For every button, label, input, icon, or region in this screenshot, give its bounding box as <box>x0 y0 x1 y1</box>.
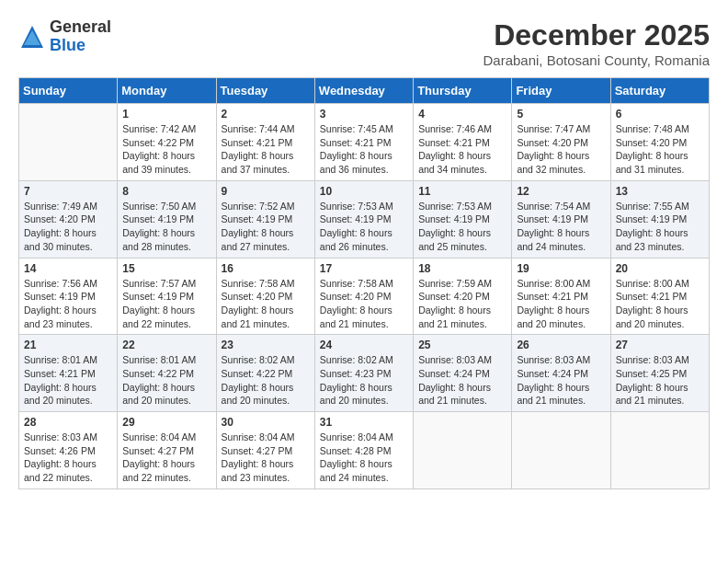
calendar-cell: 27Sunrise: 8:03 AMSunset: 4:25 PMDayligh… <box>610 335 709 412</box>
day-number: 27 <box>616 339 704 351</box>
calendar-cell: 26Sunrise: 8:03 AMSunset: 4:24 PMDayligh… <box>512 335 610 412</box>
calendar-cell: 15Sunrise: 7:57 AMSunset: 4:19 PMDayligh… <box>118 258 216 335</box>
calendar-cell: 16Sunrise: 7:58 AMSunset: 4:20 PMDayligh… <box>216 258 314 335</box>
day-info: Sunrise: 7:58 AMSunset: 4:20 PMDaylight:… <box>222 277 310 331</box>
calendar-cell: 11Sunrise: 7:53 AMSunset: 4:19 PMDayligh… <box>414 180 512 258</box>
day-info: Sunrise: 7:54 AMSunset: 4:19 PMDaylight:… <box>517 200 605 254</box>
calendar-cell: 7Sunrise: 7:49 AMSunset: 4:20 PMDaylight… <box>19 180 118 258</box>
calendar-cell: 23Sunrise: 8:02 AMSunset: 4:22 PMDayligh… <box>216 335 314 412</box>
day-number: 5 <box>517 108 605 121</box>
calendar-table: SundayMondayTuesdayWednesdayThursdayFrid… <box>18 77 710 489</box>
day-number: 9 <box>222 185 310 198</box>
calendar-cell: 25Sunrise: 8:03 AMSunset: 4:24 PMDayligh… <box>414 335 512 412</box>
day-number: 3 <box>320 108 408 121</box>
day-number: 1 <box>122 108 210 121</box>
day-number: 16 <box>222 262 310 275</box>
calendar-cell: 31Sunrise: 8:04 AMSunset: 4:28 PMDayligh… <box>314 412 413 489</box>
day-info: Sunrise: 7:50 AMSunset: 4:19 PMDaylight:… <box>122 200 210 254</box>
day-info: Sunrise: 8:03 AMSunset: 4:24 PMDaylight:… <box>517 353 605 408</box>
day-info: Sunrise: 8:03 AMSunset: 4:24 PMDaylight:… <box>418 353 506 408</box>
day-number: 14 <box>24 262 112 275</box>
calendar-cell: 22Sunrise: 8:01 AMSunset: 4:22 PMDayligh… <box>118 335 216 412</box>
day-number: 20 <box>616 262 704 275</box>
day-info: Sunrise: 8:03 AMSunset: 4:25 PMDaylight:… <box>616 353 704 408</box>
location-subtitle: Darabani, Botosani County, Romania <box>483 52 710 68</box>
month-year-title: December 2025 <box>483 18 710 52</box>
day-info: Sunrise: 7:49 AMSunset: 4:20 PMDaylight:… <box>24 200 112 254</box>
day-info: Sunrise: 7:42 AMSunset: 4:22 PMDaylight:… <box>122 122 210 177</box>
calendar-cell: 29Sunrise: 8:04 AMSunset: 4:27 PMDayligh… <box>118 412 216 489</box>
calendar-cell: 5Sunrise: 7:47 AMSunset: 4:20 PMDaylight… <box>512 104 610 181</box>
day-info: Sunrise: 8:04 AMSunset: 4:27 PMDaylight:… <box>222 431 310 485</box>
day-info: Sunrise: 7:53 AMSunset: 4:19 PMDaylight:… <box>418 200 506 254</box>
calendar-week-row: 21Sunrise: 8:01 AMSunset: 4:21 PMDayligh… <box>19 335 710 412</box>
day-number: 23 <box>222 339 310 351</box>
day-info: Sunrise: 8:00 AMSunset: 4:21 PMDaylight:… <box>517 277 605 331</box>
logo: General Blue <box>18 18 111 55</box>
day-number: 19 <box>517 262 605 275</box>
calendar-week-row: 14Sunrise: 7:56 AMSunset: 4:19 PMDayligh… <box>19 258 710 335</box>
day-number: 17 <box>320 262 408 275</box>
day-info: Sunrise: 7:58 AMSunset: 4:20 PMDaylight:… <box>320 277 408 331</box>
calendar-cell <box>19 104 118 181</box>
day-number: 21 <box>24 339 112 351</box>
calendar-cell: 8Sunrise: 7:50 AMSunset: 4:19 PMDaylight… <box>118 180 216 258</box>
day-info: Sunrise: 8:00 AMSunset: 4:21 PMDaylight:… <box>616 277 704 331</box>
weekday-header: Wednesday <box>314 78 413 104</box>
day-info: Sunrise: 8:01 AMSunset: 4:21 PMDaylight:… <box>24 353 112 408</box>
day-number: 6 <box>616 108 704 121</box>
day-number: 2 <box>222 108 310 121</box>
day-info: Sunrise: 7:45 AMSunset: 4:21 PMDaylight:… <box>320 122 408 177</box>
day-info: Sunrise: 7:46 AMSunset: 4:21 PMDaylight:… <box>418 122 506 177</box>
day-info: Sunrise: 7:53 AMSunset: 4:19 PMDaylight:… <box>320 200 408 254</box>
logo-blue-text: Blue <box>50 37 111 55</box>
day-info: Sunrise: 8:04 AMSunset: 4:27 PMDaylight:… <box>122 431 210 485</box>
calendar-cell: 3Sunrise: 7:45 AMSunset: 4:21 PMDaylight… <box>314 104 413 181</box>
day-info: Sunrise: 8:02 AMSunset: 4:23 PMDaylight:… <box>320 353 408 408</box>
day-info: Sunrise: 8:04 AMSunset: 4:28 PMDaylight:… <box>320 431 408 485</box>
day-number: 30 <box>222 416 310 429</box>
calendar-week-row: 1Sunrise: 7:42 AMSunset: 4:22 PMDaylight… <box>19 104 710 181</box>
calendar-week-row: 28Sunrise: 8:03 AMSunset: 4:26 PMDayligh… <box>19 412 710 489</box>
day-number: 12 <box>517 185 605 198</box>
day-number: 26 <box>517 339 605 351</box>
calendar-cell: 10Sunrise: 7:53 AMSunset: 4:19 PMDayligh… <box>314 180 413 258</box>
day-info: Sunrise: 7:57 AMSunset: 4:19 PMDaylight:… <box>122 277 210 331</box>
day-number: 29 <box>122 416 210 429</box>
day-info: Sunrise: 8:02 AMSunset: 4:22 PMDaylight:… <box>222 353 310 408</box>
day-info: Sunrise: 7:47 AMSunset: 4:20 PMDaylight:… <box>517 122 605 177</box>
calendar-cell: 21Sunrise: 8:01 AMSunset: 4:21 PMDayligh… <box>19 335 118 412</box>
day-info: Sunrise: 7:55 AMSunset: 4:19 PMDaylight:… <box>616 200 704 254</box>
calendar-cell: 19Sunrise: 8:00 AMSunset: 4:21 PMDayligh… <box>512 258 610 335</box>
day-number: 13 <box>616 185 704 198</box>
calendar-cell: 1Sunrise: 7:42 AMSunset: 4:22 PMDaylight… <box>118 104 216 181</box>
calendar-cell: 24Sunrise: 8:02 AMSunset: 4:23 PMDayligh… <box>314 335 413 412</box>
day-number: 24 <box>320 339 408 351</box>
calendar-cell: 2Sunrise: 7:44 AMSunset: 4:21 PMDaylight… <box>216 104 314 181</box>
calendar-cell <box>610 412 709 489</box>
day-info: Sunrise: 7:56 AMSunset: 4:19 PMDaylight:… <box>24 277 112 331</box>
title-section: December 2025 Darabani, Botosani County,… <box>483 18 710 68</box>
day-info: Sunrise: 8:01 AMSunset: 4:22 PMDaylight:… <box>122 353 210 408</box>
day-info: Sunrise: 7:52 AMSunset: 4:19 PMDaylight:… <box>222 200 310 254</box>
weekday-header: Thursday <box>414 78 512 104</box>
calendar-cell: 18Sunrise: 7:59 AMSunset: 4:20 PMDayligh… <box>414 258 512 335</box>
day-number: 28 <box>24 416 112 429</box>
day-number: 22 <box>122 339 210 351</box>
calendar-cell: 12Sunrise: 7:54 AMSunset: 4:19 PMDayligh… <box>512 180 610 258</box>
day-info: Sunrise: 7:48 AMSunset: 4:20 PMDaylight:… <box>616 122 704 177</box>
calendar-cell <box>414 412 512 489</box>
calendar-cell: 28Sunrise: 8:03 AMSunset: 4:26 PMDayligh… <box>19 412 118 489</box>
calendar-week-row: 7Sunrise: 7:49 AMSunset: 4:20 PMDaylight… <box>19 180 710 258</box>
day-number: 15 <box>122 262 210 275</box>
calendar-cell: 17Sunrise: 7:58 AMSunset: 4:20 PMDayligh… <box>314 258 413 335</box>
calendar-header-row: SundayMondayTuesdayWednesdayThursdayFrid… <box>19 78 710 104</box>
page-header: General Blue December 2025 Darabani, Bot… <box>18 18 710 68</box>
day-number: 11 <box>418 185 506 198</box>
calendar-cell: 13Sunrise: 7:55 AMSunset: 4:19 PMDayligh… <box>610 180 709 258</box>
day-number: 4 <box>418 108 506 121</box>
day-number: 10 <box>320 185 408 198</box>
calendar-cell: 14Sunrise: 7:56 AMSunset: 4:19 PMDayligh… <box>19 258 118 335</box>
logo-icon <box>18 23 46 51</box>
weekday-header: Saturday <box>610 78 709 104</box>
